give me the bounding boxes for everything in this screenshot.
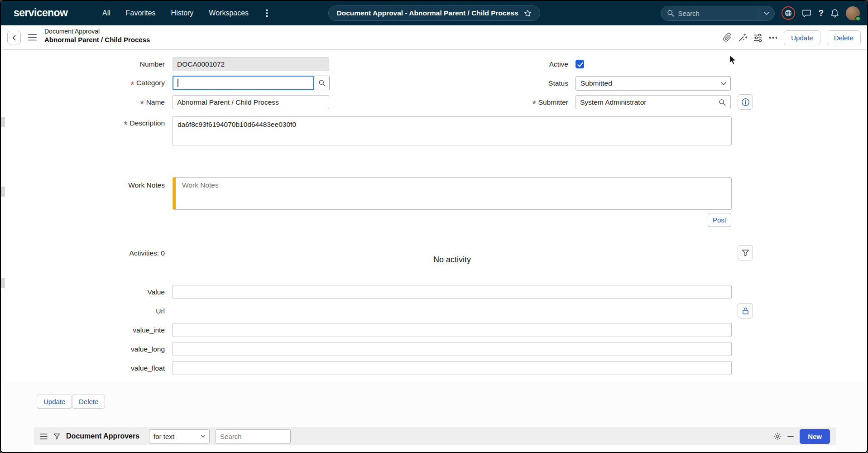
description-label-text: Description bbox=[129, 119, 165, 127]
bell-icon[interactable] bbox=[830, 9, 839, 18]
record-title: Document Approval Abnormal Parent / Chil… bbox=[44, 28, 150, 43]
primary-nav: All Favorites History Workspaces bbox=[102, 1, 270, 25]
value-inte-field-label: value_inte bbox=[37, 323, 165, 337]
category-lookup-button[interactable] bbox=[314, 76, 330, 90]
activities-label: Activities: 0 bbox=[37, 246, 165, 260]
active-checkbox[interactable] bbox=[575, 60, 584, 68]
status-select[interactable]: Submitted bbox=[575, 76, 731, 91]
name-field-label: Name bbox=[37, 95, 165, 109]
context-menu-icon[interactable] bbox=[28, 34, 37, 41]
edge-marker bbox=[1, 117, 5, 127]
value-float-field-label: value_float bbox=[37, 361, 165, 375]
presence-dot bbox=[855, 16, 861, 21]
servicenow-logo[interactable]: servicenow bbox=[14, 7, 67, 19]
active-label-text: Active bbox=[549, 60, 568, 68]
submitter-search-icon[interactable] bbox=[719, 99, 726, 106]
globe-icon[interactable] bbox=[782, 6, 795, 20]
url-unlock-button[interactable] bbox=[738, 303, 753, 318]
record-context-title: Document Approval - Abnormal Parent / Ch… bbox=[336, 9, 518, 17]
description-textarea[interactable]: da6f8c93f6194070b10d64483ee030f0 bbox=[173, 116, 732, 145]
delete-button-top[interactable]: Delete bbox=[827, 30, 861, 45]
submitter-label-text: Submitter bbox=[538, 98, 568, 106]
category-label-text: Category bbox=[136, 79, 165, 87]
related-list-body bbox=[34, 445, 836, 453]
global-search[interactable] bbox=[661, 6, 775, 21]
status-label-text: Status bbox=[548, 79, 568, 87]
list-search-field-value: for text bbox=[153, 433, 174, 440]
new-button[interactable]: New bbox=[800, 429, 830, 444]
value-float-label-text: value_float bbox=[131, 364, 165, 372]
toolbar-actions: Update Delete bbox=[723, 25, 861, 50]
value-input[interactable] bbox=[173, 285, 732, 299]
number-field-label: Number bbox=[37, 57, 165, 71]
list-context-menu-icon[interactable] bbox=[40, 434, 48, 439]
url-field-label: Url bbox=[37, 304, 165, 318]
attachment-paperclip-icon[interactable] bbox=[723, 33, 732, 43]
personalize-wand-icon[interactable] bbox=[738, 33, 747, 42]
value-inte-label-text: value_inte bbox=[133, 326, 165, 334]
list-search-field-select[interactable]: for text bbox=[149, 429, 210, 443]
number-label-text: Number bbox=[140, 60, 165, 68]
caret-down-icon bbox=[201, 435, 206, 438]
record-context-pill[interactable]: Document Approval - Abnormal Parent / Ch… bbox=[328, 5, 540, 21]
submitter-field-label: Submitter bbox=[472, 95, 568, 109]
record-name-label: Abnormal Parent / Child Process bbox=[44, 36, 150, 43]
update-button-top[interactable]: Update bbox=[784, 30, 820, 45]
worknotes-field-label: Work Notes bbox=[37, 178, 165, 192]
value-long-input[interactable] bbox=[173, 342, 732, 356]
user-avatar[interactable] bbox=[846, 6, 860, 20]
global-search-input[interactable] bbox=[678, 10, 758, 17]
edge-marker bbox=[1, 278, 5, 288]
edge-marker bbox=[1, 187, 5, 197]
nav-favorites[interactable]: Favorites bbox=[126, 9, 156, 17]
update-button-bottom[interactable]: Update bbox=[37, 395, 72, 409]
no-activity-message: No activity bbox=[173, 255, 732, 265]
text-caret bbox=[177, 79, 178, 87]
url-label-text: Url bbox=[156, 307, 165, 315]
more-actions-icon[interactable] bbox=[769, 37, 777, 39]
post-button[interactable]: Post bbox=[708, 213, 731, 227]
name-label-text: Name bbox=[146, 98, 165, 106]
back-button[interactable] bbox=[7, 31, 21, 44]
activities-label-text: Activities: 0 bbox=[129, 249, 165, 257]
help-icon[interactable]: ? bbox=[818, 8, 824, 18]
worknotes-journal-stripe bbox=[173, 178, 176, 209]
status-selected-value: Submitted bbox=[580, 79, 612, 87]
more-menus-icon[interactable] bbox=[264, 9, 270, 17]
related-list-header: Document Approvers for text New bbox=[34, 427, 836, 445]
required-icon bbox=[124, 118, 128, 128]
value-long-label-text: value_long bbox=[131, 345, 165, 353]
value-float-input[interactable] bbox=[173, 361, 732, 375]
required-icon bbox=[140, 97, 144, 107]
list-settings-gear-icon[interactable] bbox=[773, 432, 782, 440]
related-list-title: Document Approvers bbox=[66, 432, 139, 440]
activity-filter-button[interactable] bbox=[738, 245, 753, 260]
list-collapse-minus-icon[interactable] bbox=[787, 435, 794, 437]
required-icon bbox=[532, 97, 536, 107]
nav-workspaces[interactable]: Workspaces bbox=[209, 9, 249, 17]
app-window: servicenow All Favorites History Workspa… bbox=[0, 0, 868, 453]
status-field-label: Status bbox=[472, 76, 568, 91]
chat-icon[interactable] bbox=[802, 9, 811, 18]
name-input[interactable] bbox=[173, 95, 329, 109]
caret-down-icon bbox=[721, 82, 726, 85]
worknotes-textarea[interactable] bbox=[173, 177, 732, 210]
delete-button-bottom[interactable]: Delete bbox=[72, 395, 105, 409]
search-icon bbox=[667, 10, 674, 17]
list-search-input[interactable] bbox=[216, 429, 291, 443]
number-input[interactable] bbox=[173, 57, 329, 71]
nav-history[interactable]: History bbox=[171, 9, 194, 17]
nav-all[interactable]: All bbox=[102, 9, 110, 17]
favorite-star-icon[interactable] bbox=[524, 10, 532, 17]
category-input[interactable] bbox=[173, 76, 314, 90]
mouse-cursor bbox=[729, 54, 737, 68]
value-long-field-label: value_long bbox=[37, 342, 165, 356]
worknotes-label-text: Work Notes bbox=[128, 181, 165, 189]
submitter-input[interactable] bbox=[575, 95, 731, 109]
search-options-caret-icon[interactable] bbox=[758, 6, 774, 20]
value-inte-input[interactable] bbox=[173, 323, 732, 337]
submitter-info-button[interactable] bbox=[738, 94, 753, 110]
list-filter-funnel-icon[interactable] bbox=[53, 433, 60, 440]
active-field-label: Active bbox=[472, 57, 568, 71]
form-layout-sliders-icon[interactable] bbox=[753, 34, 762, 42]
